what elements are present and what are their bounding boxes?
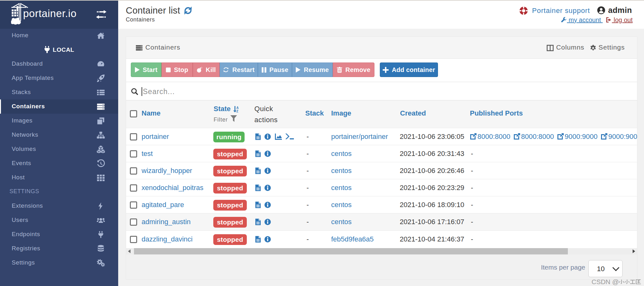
svg-text:Z: Z: [236, 110, 238, 113]
svg-text:A: A: [236, 106, 239, 110]
